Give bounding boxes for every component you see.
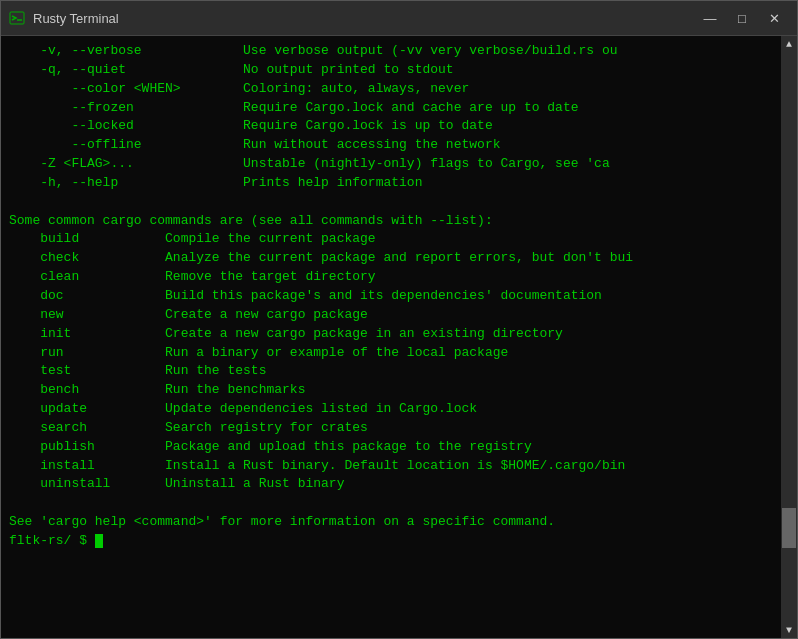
- title-bar: Rusty Terminal — □ ✕: [1, 1, 797, 36]
- scroll-track[interactable]: [781, 52, 797, 622]
- scroll-down-arrow[interactable]: ▼: [781, 622, 797, 638]
- scroll-up-arrow[interactable]: ▲: [781, 36, 797, 52]
- terminal-container: -v, --verbose Use verbose output (-vv ve…: [1, 36, 797, 638]
- terminal-cursor: [95, 534, 103, 548]
- window-title: Rusty Terminal: [33, 11, 119, 26]
- minimize-button[interactable]: —: [695, 8, 725, 28]
- close-button[interactable]: ✕: [759, 8, 789, 28]
- maximize-button[interactable]: □: [727, 8, 757, 28]
- app-icon: [9, 10, 25, 26]
- title-bar-left: Rusty Terminal: [9, 10, 119, 26]
- scrollbar[interactable]: ▲ ▼: [781, 36, 797, 638]
- main-window: Rusty Terminal — □ ✕ -v, --verbose Use v…: [0, 0, 798, 639]
- terminal-output[interactable]: -v, --verbose Use verbose output (-vv ve…: [1, 36, 781, 638]
- scroll-thumb[interactable]: [782, 508, 796, 548]
- window-controls: — □ ✕: [695, 8, 789, 28]
